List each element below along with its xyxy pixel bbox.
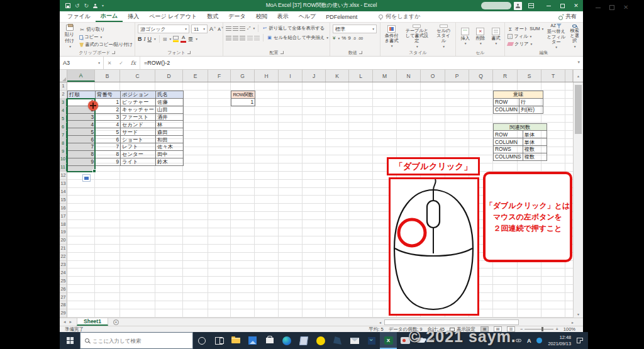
grid-cell[interactable] [231, 277, 255, 285]
cell[interactable]: 9 [96, 158, 121, 165]
wrap-text-button[interactable]: ↩折り返して全体を表示する [262, 25, 325, 31]
row-header-22[interactable]: 22 [60, 253, 67, 261]
taskbar-document-app-icon[interactable] [295, 332, 312, 349]
italic-button[interactable]: I [144, 36, 146, 42]
grid-cell[interactable] [67, 228, 95, 236]
grid-cell[interactable] [67, 212, 95, 220]
grid-cell[interactable] [95, 188, 120, 196]
horizontal-scrollbar[interactable]: ◂ ▸ [377, 319, 575, 326]
grid-cell[interactable] [255, 309, 279, 318]
row-header-29[interactable]: 29 [60, 309, 67, 318]
grid-cell[interactable] [541, 277, 565, 285]
column-header-F[interactable]: F [208, 70, 231, 82]
grid-cell[interactable] [231, 220, 255, 228]
grid-cell[interactable] [349, 309, 373, 318]
grid-cell[interactable] [208, 155, 231, 163]
row-header-5[interactable]: 5 [60, 115, 67, 123]
grid-cell[interactable] [279, 172, 303, 180]
grid-cell[interactable] [231, 123, 255, 131]
increase-decimal-icon[interactable]: .0 [353, 36, 356, 40]
grid-cell[interactable] [493, 115, 518, 123]
select-all-corner[interactable] [60, 70, 67, 82]
grid-cell[interactable] [120, 204, 155, 212]
grid-cell[interactable] [373, 147, 397, 155]
grid-cell[interactable] [303, 115, 326, 123]
grid-cell[interactable] [231, 261, 255, 269]
grid-cell[interactable] [183, 196, 208, 204]
grid-cell[interactable] [421, 123, 445, 131]
grid-cell[interactable] [255, 212, 279, 220]
grid-cell[interactable] [303, 228, 326, 236]
grid-cell[interactable] [279, 155, 303, 163]
grid-cell[interactable] [326, 285, 349, 293]
close-button[interactable]: ✕ [569, 0, 583, 11]
grid-cell[interactable] [155, 301, 183, 309]
grid-cell[interactable] [155, 172, 183, 180]
grid-cell[interactable] [279, 115, 303, 123]
percent-icon[interactable]: % [341, 35, 346, 41]
taskbar-task-view-icon[interactable] [210, 332, 227, 349]
grid-cell[interactable] [208, 147, 231, 155]
row-header-1[interactable]: 1 [60, 82, 67, 91]
grid-cell[interactable] [421, 99, 445, 107]
grid-cell[interactable] [349, 172, 373, 180]
grid-cell[interactable] [493, 277, 518, 285]
grid-cell[interactable] [541, 269, 565, 277]
name-box[interactable]: A3▾ [60, 57, 104, 69]
grid-cell[interactable] [421, 131, 445, 139]
grid-cell[interactable] [95, 228, 120, 236]
grid-cell[interactable] [120, 82, 155, 91]
outer-restore-icon[interactable] [609, 5, 614, 10]
grid-cell[interactable] [541, 99, 565, 107]
grid-cell[interactable] [67, 172, 95, 180]
grid-cell[interactable] [349, 245, 373, 253]
column-header-G[interactable]: G [231, 70, 255, 82]
grow-font-button[interactable]: A˄ [209, 26, 216, 32]
cell[interactable]: 5 [68, 128, 96, 136]
grid-cell[interactable] [493, 301, 518, 309]
grid-cell[interactable] [255, 155, 279, 163]
grid-cell[interactable] [518, 301, 541, 309]
grid-cell[interactable] [255, 204, 279, 212]
grid-cell[interactable] [445, 99, 469, 107]
enter-icon[interactable]: ✓ [119, 60, 123, 66]
grid-cell[interactable] [373, 91, 397, 99]
tab-ファイル[interactable]: ファイル [62, 11, 96, 22]
grid-cell[interactable] [95, 212, 120, 220]
row-header-18[interactable]: 18 [60, 220, 67, 228]
grid-cell[interactable] [445, 131, 469, 139]
cell[interactable]: 鈴木 [156, 158, 184, 165]
cell[interactable]: COLUMN [494, 106, 519, 113]
column-header-H[interactable]: H [255, 70, 279, 82]
grid-cell[interactable] [120, 309, 155, 318]
grid-cell[interactable] [326, 107, 349, 115]
grid-cell[interactable] [155, 204, 183, 212]
grid-cell[interactable] [469, 115, 493, 123]
dialog-launcher-icon[interactable] [359, 51, 362, 54]
grid-cell[interactable] [95, 293, 120, 301]
row-header-2[interactable]: 2 [60, 91, 67, 99]
grid-cell[interactable] [397, 123, 421, 131]
row-header-27[interactable]: 27 [60, 293, 67, 301]
grid-cell[interactable] [303, 253, 326, 261]
grid-cell[interactable] [326, 188, 349, 196]
grid-cell[interactable] [303, 172, 326, 180]
underline-button[interactable]: U [148, 36, 152, 42]
horizontal-align-icons[interactable] [226, 35, 245, 40]
grid-cell[interactable] [397, 147, 421, 155]
grid-cell[interactable] [208, 82, 231, 91]
insert-cells-button[interactable]: 挿入▾ [459, 25, 470, 48]
grid-cell[interactable] [255, 123, 279, 131]
grid-cell[interactable] [208, 172, 231, 180]
grid-cell[interactable] [95, 236, 120, 245]
grid-cell[interactable] [183, 91, 208, 99]
grid-cell[interactable] [518, 285, 541, 293]
cell[interactable]: 4 [68, 121, 96, 128]
column-header-Q[interactable]: Q [469, 70, 493, 82]
grid-cell[interactable] [95, 277, 120, 285]
cell[interactable]: センター [121, 151, 156, 158]
dialog-launcher-icon[interactable] [280, 51, 284, 54]
grid-cell[interactable] [326, 261, 349, 269]
row-header-17[interactable]: 17 [60, 212, 67, 220]
grid-cell[interactable] [469, 82, 493, 91]
